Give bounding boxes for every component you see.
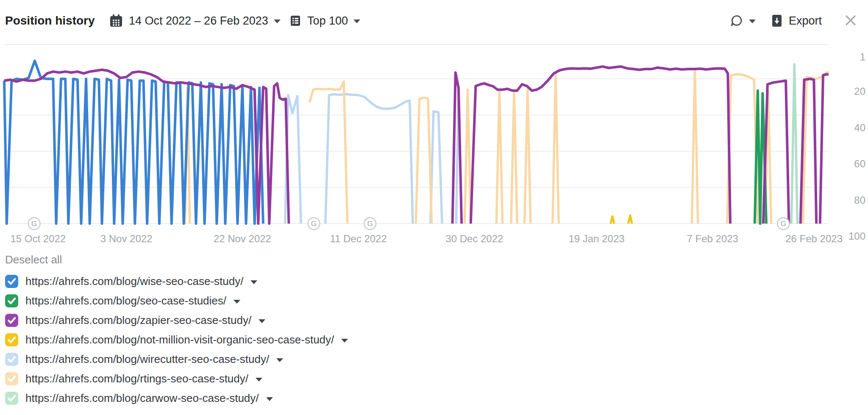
series-options-caret[interactable] bbox=[250, 280, 257, 284]
series-not-million-visit-organic-seo-case-study bbox=[611, 216, 615, 224]
close-button[interactable] bbox=[844, 14, 857, 27]
checkmark-icon bbox=[5, 333, 18, 346]
series-rtings-seo-case-study bbox=[692, 69, 698, 224]
series-rtings-seo-case-study bbox=[553, 72, 559, 224]
series-url-label: https://ahrefs.com/blog/not-million-visi… bbox=[25, 333, 334, 346]
series-options-caret[interactable] bbox=[259, 319, 265, 323]
series-options-caret[interactable] bbox=[234, 300, 240, 304]
series-checkbox[interactable] bbox=[5, 275, 18, 288]
checkmark-icon bbox=[5, 314, 18, 327]
export-button[interactable]: Export bbox=[771, 11, 822, 30]
series-zapier-seo-case-study bbox=[820, 75, 829, 224]
series-wise-seo-case-study bbox=[4, 61, 263, 224]
x-axis-label: 15 Oct 2022 bbox=[10, 233, 66, 244]
google-update-badge[interactable]: G bbox=[777, 218, 789, 230]
series-checkbox[interactable] bbox=[5, 392, 18, 405]
series-url-label: https://ahrefs.com/blog/seo-case-studies… bbox=[25, 294, 226, 307]
svg-text:G: G bbox=[367, 220, 373, 228]
top-positions-filter[interactable]: Top 100 bbox=[289, 11, 360, 30]
series-carwow-seo-case-study bbox=[791, 64, 797, 224]
legend-row: https://ahrefs.com/blog/carwow-seo-case-… bbox=[5, 388, 861, 408]
position-history-panel: Position history 14 Oct 2022 – 26 Feb 20… bbox=[0, 0, 868, 415]
positions-list-icon bbox=[289, 14, 302, 27]
series-checkbox[interactable] bbox=[5, 294, 18, 307]
legend-row: https://ahrefs.com/blog/rtings-seo-case-… bbox=[5, 369, 861, 388]
checkmark-icon bbox=[5, 275, 18, 288]
comment-bubble-icon bbox=[730, 14, 743, 28]
svg-text:G: G bbox=[781, 220, 786, 228]
export-file-icon bbox=[771, 14, 783, 28]
x-axis-label: 26 Feb 2023 bbox=[785, 233, 843, 244]
series-rtings-seo-case-study bbox=[465, 90, 470, 224]
series-rtings-seo-case-study bbox=[416, 98, 431, 224]
date-range-picker[interactable]: 14 Oct 2022 – 26 Feb 2023 bbox=[109, 11, 281, 30]
series-rtings-seo-case-study bbox=[496, 90, 502, 224]
caret-down-icon bbox=[749, 19, 756, 23]
export-label: Export bbox=[789, 14, 822, 28]
x-axis-label: 30 Dec 2022 bbox=[445, 233, 503, 244]
date-range-value: 14 Oct 2022 – 26 Feb 2023 bbox=[129, 14, 268, 28]
y-axis-label: 1 bbox=[860, 51, 865, 63]
panel-title: Position history bbox=[5, 14, 95, 28]
google-update-badge[interactable]: G bbox=[364, 218, 376, 230]
series-not-million-visit-organic-seo-case-study bbox=[628, 216, 632, 224]
series-checkbox[interactable] bbox=[5, 314, 18, 327]
series-url-label: https://ahrefs.com/blog/wise-seo-case-st… bbox=[25, 275, 243, 288]
x-axis-label: 11 Dec 2022 bbox=[330, 233, 387, 244]
legend-row: https://ahrefs.com/blog/wise-seo-case-st… bbox=[5, 271, 861, 291]
series-options-caret[interactable] bbox=[276, 358, 283, 362]
caret-down-icon bbox=[353, 19, 360, 23]
series-checkbox[interactable] bbox=[5, 372, 18, 385]
checkmark-icon bbox=[5, 294, 18, 307]
series-url-label: https://ahrefs.com/blog/rtings-seo-case-… bbox=[25, 372, 248, 385]
y-axis-label: 100 bbox=[849, 230, 865, 242]
x-axis-label: 3 Nov 2022 bbox=[100, 233, 153, 244]
series-rtings-seo-case-study bbox=[511, 91, 517, 224]
x-axis-label: 22 Nov 2022 bbox=[214, 233, 271, 244]
series-options-caret[interactable] bbox=[266, 397, 273, 401]
y-axis-label: 80 bbox=[854, 194, 865, 206]
svg-text:G: G bbox=[311, 220, 317, 228]
svg-text:G: G bbox=[31, 220, 37, 228]
y-axis-label: 40 bbox=[854, 122, 865, 133]
panel-header: Position history 14 Oct 2022 – 26 Feb 20… bbox=[0, 0, 868, 36]
series-url-label: https://ahrefs.com/blog/wirecutter-seo-c… bbox=[25, 353, 269, 366]
legend-row: https://ahrefs.com/blog/not-million-visi… bbox=[5, 330, 861, 349]
google-update-badge[interactable]: G bbox=[308, 218, 320, 230]
annotations-dropdown[interactable] bbox=[730, 11, 756, 30]
checkmark-icon bbox=[5, 392, 18, 405]
position-history-chart: 12040608010015 Oct 20223 Nov 202222 Nov … bbox=[0, 36, 868, 248]
series-rtings-seo-case-study bbox=[525, 90, 531, 224]
series-wirecutter-seo-case-study bbox=[326, 94, 413, 224]
series-options-caret[interactable] bbox=[341, 339, 348, 343]
caret-down-icon bbox=[274, 19, 281, 23]
deselect-all-link[interactable]: Deselect all bbox=[5, 253, 62, 266]
x-axis-label: 19 Jan 2023 bbox=[568, 233, 624, 244]
top-filter-value: Top 100 bbox=[307, 14, 348, 28]
series-url-label: https://ahrefs.com/blog/zapier-seo-case-… bbox=[25, 314, 251, 327]
y-axis-label: 20 bbox=[854, 86, 865, 97]
legend-rows: https://ahrefs.com/blog/wise-seo-case-st… bbox=[5, 271, 861, 408]
series-options-caret[interactable] bbox=[256, 378, 262, 382]
checkmark-icon bbox=[5, 372, 18, 385]
y-axis-label: 60 bbox=[854, 158, 865, 169]
legend-row: https://ahrefs.com/blog/zapier-seo-case-… bbox=[5, 310, 861, 330]
legend-row: https://ahrefs.com/blog/wirecutter-seo-c… bbox=[5, 349, 861, 369]
series-checkbox[interactable] bbox=[5, 353, 18, 366]
x-axis-label: 7 Feb 2023 bbox=[687, 233, 738, 244]
series-rtings-seo-case-study bbox=[727, 75, 758, 224]
calendar-icon bbox=[109, 14, 123, 28]
checkmark-icon bbox=[5, 353, 18, 366]
google-update-badge[interactable]: G bbox=[28, 218, 40, 230]
series-url-label: https://ahrefs.com/blog/carwow-seo-case-… bbox=[25, 392, 259, 405]
chart-legend: Deselect all https://ahrefs.com/blog/wis… bbox=[5, 248, 861, 408]
series-checkbox[interactable] bbox=[5, 333, 18, 346]
legend-row: https://ahrefs.com/blog/seo-case-studies… bbox=[5, 291, 861, 310]
